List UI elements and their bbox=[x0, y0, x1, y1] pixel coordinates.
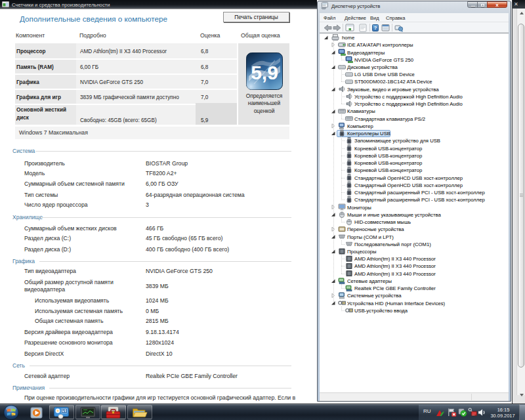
svg-text:5,9: 5,9 bbox=[251, 62, 278, 83]
